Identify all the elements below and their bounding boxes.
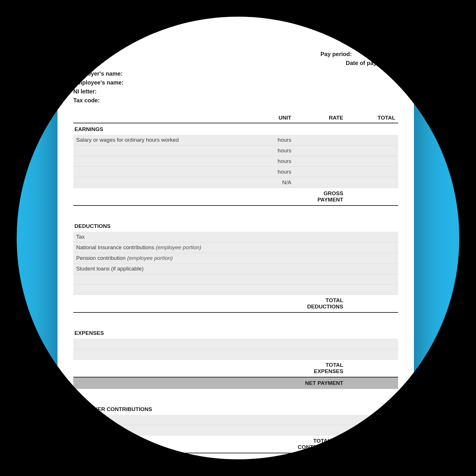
table-row: N/A — [73, 177, 398, 188]
table-row — [73, 349, 398, 359]
document-title: PAYSLIP — [73, 27, 398, 45]
earnings-unit: hours — [242, 135, 294, 145]
deduction-desc: Student loans (if applicable) — [76, 266, 143, 272]
deduction-em: (employee portion) — [156, 244, 201, 250]
pay-period-label: Pay period: — [320, 51, 352, 57]
table-row: Pension contribution (employee portion) — [73, 253, 398, 264]
total-deductions-value — [346, 295, 398, 313]
deduction-em: (employee portion) — [127, 255, 172, 261]
pay-period-to: to — [387, 51, 392, 57]
contribution-desc — [73, 425, 346, 435]
table-row: Tax — [73, 232, 398, 242]
employer-contributions-table: EMPLOYER CONTRIBUTIONS TOTAL NET CONTRIB… — [73, 403, 398, 454]
expense-desc — [73, 339, 346, 349]
deduction-desc: National Insurance contributions — [76, 244, 156, 250]
total-deductions-label: TOTAL DEDUCTIONS — [294, 295, 346, 313]
table-row: hours — [73, 167, 398, 177]
deduction-desc: Tax — [76, 234, 85, 240]
deductions-heading: DEDUCTIONS — [73, 220, 398, 232]
employer-name-label: Employer's name: — [73, 69, 398, 78]
table-row — [73, 285, 398, 295]
col-desc — [73, 113, 242, 123]
table-row: hours — [73, 145, 398, 156]
earnings-desc: Salary or wages for ordinary hours worke… — [73, 135, 242, 145]
table-row: National Insurance contributions (employ… — [73, 242, 398, 253]
employee-name-label: Employee's name: — [73, 78, 398, 87]
col-total: TOTAL — [346, 113, 398, 123]
col-unit: UNIT — [242, 113, 294, 123]
employer-contributions-heading: EMPLOYER CONTRIBUTIONS — [73, 403, 398, 415]
total-expenses-label: TOTAL EXPENSES — [294, 359, 346, 377]
date-of-payment-label: Date of payment: — [346, 60, 392, 66]
deductions-table: DEDUCTIONS Tax National Insurance contri… — [73, 220, 398, 313]
total-expenses-value — [346, 359, 398, 377]
earnings-unit: hours — [242, 145, 294, 156]
earnings-desc — [73, 177, 242, 188]
earnings-desc — [73, 145, 242, 156]
table-row: Student loans (if applicable) — [73, 264, 398, 274]
expenses-heading: EXPENSES — [73, 327, 398, 339]
deduction-desc: Pension contribution — [76, 255, 127, 261]
tax-code-label: Tax code: — [73, 96, 398, 105]
contribution-desc — [73, 415, 346, 425]
total-net-contributions-label: TOTAL NET CONTRIBUTIONS — [294, 435, 346, 453]
earnings-desc — [73, 167, 242, 177]
table-row: hours — [73, 156, 398, 167]
col-rate: RATE — [294, 113, 346, 123]
earnings-heading: EARNINGS — [73, 123, 398, 135]
earnings-desc — [73, 156, 242, 167]
total-net-contributions-value — [346, 435, 398, 453]
table-row — [73, 425, 398, 435]
gross-payment-value — [346, 188, 398, 206]
expense-desc — [73, 349, 346, 359]
gross-payment-label: GROSS PAYMENT — [294, 188, 346, 206]
table-row — [73, 339, 398, 349]
earnings-unit: hours — [242, 156, 294, 167]
earnings-unit: N/A — [242, 177, 294, 188]
earnings-total — [346, 135, 398, 145]
table-row — [73, 415, 398, 425]
net-payment-value — [346, 377, 398, 389]
payslip-document: PAYSLIP Pay period: to Date of payment: … — [57, 17, 414, 459]
earnings-table: UNIT RATE TOTAL EARNINGS Salary or wages… — [73, 113, 398, 206]
ni-letter-label: NI letter: — [73, 87, 398, 96]
table-row: Salary or wages for ordinary hours worke… — [73, 135, 398, 145]
earnings-unit: hours — [242, 167, 294, 177]
table-row — [73, 274, 398, 285]
background-circle: PAYSLIP Pay period: to Date of payment: … — [17, 17, 459, 459]
net-payment-label: NET PAYMENT — [294, 377, 346, 389]
expenses-table: EXPENSES TOTAL EXPENSES — [73, 327, 398, 389]
earnings-rate — [294, 135, 346, 145]
